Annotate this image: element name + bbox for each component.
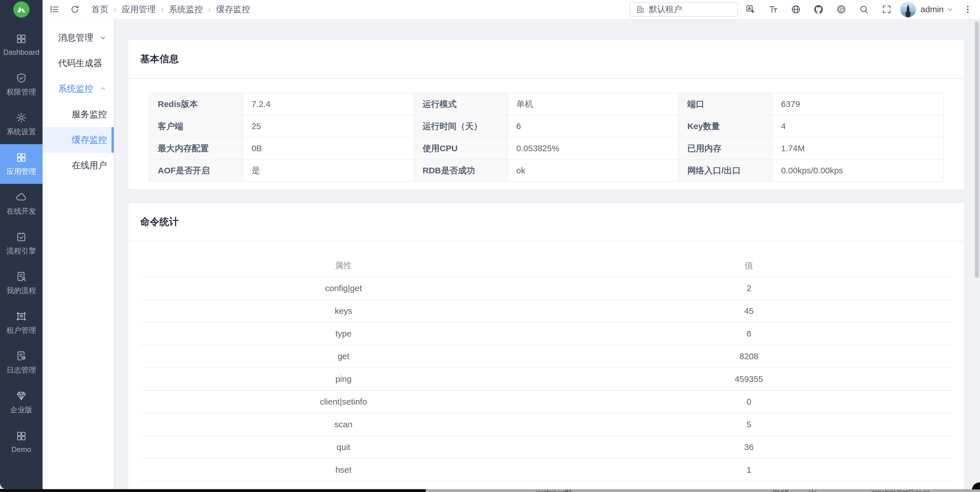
command-value-cell: 8208 <box>546 345 951 368</box>
bottom-strip-text-fragment: V= <box>809 489 816 492</box>
command-name-cell: config|get <box>141 277 546 300</box>
command-stats-card: 命令统计 属性 值 config|get 2 keys 45 <box>128 203 964 489</box>
primary-menu-item[interactable]: Dashboard <box>0 25 43 65</box>
primary-menu-item[interactable]: 权限管理 <box>0 65 43 104</box>
github-icon <box>813 4 824 14</box>
info-label-cell: 客户端 <box>149 115 243 138</box>
header-right: 默认租户 <box>630 2 973 17</box>
frame-icon <box>16 311 27 322</box>
primary-menu-item[interactable]: 应用管理 <box>0 144 43 184</box>
user-name[interactable]: admin <box>920 5 944 14</box>
breadcrumb-item[interactable]: 应用管理 <box>122 4 169 15</box>
primary-menu-label: 企业版 <box>10 405 32 415</box>
secondary-menu-label: 代码生成器 <box>58 57 102 69</box>
sidebar-collapse-button[interactable] <box>49 4 60 14</box>
breadcrumb: 首页 应用管理 系统监控 缓存监控 <box>91 4 250 15</box>
cloud-icon <box>16 191 27 203</box>
logo-area[interactable] <box>0 0 43 19</box>
secondary-menu-item[interactable]: 消息管理 <box>43 25 114 51</box>
font-size-button[interactable] <box>768 4 778 14</box>
fullscreen-icon <box>881 4 892 14</box>
command-name-cell: type <box>141 323 546 345</box>
gear-icon <box>16 112 27 123</box>
primary-menu-item[interactable]: 日志管理 <box>0 343 43 382</box>
primary-sidebar: Dashboard 权限管理 系统设置 应用管理 <box>0 19 43 489</box>
breadcrumb-item[interactable]: 首页 <box>91 4 122 15</box>
globe-icon <box>791 4 801 14</box>
topbar: 首页 应用管理 系统监控 缓存监控 默认租户 <box>0 0 980 19</box>
chevron-up-icon <box>100 85 107 92</box>
avatar[interactable] <box>900 2 916 17</box>
chevron-down-icon <box>100 34 107 41</box>
command-stats-body: 属性 值 config|get 2 keys 45 type <box>128 242 964 489</box>
info-value-cell: ok <box>508 160 679 182</box>
secondary-menu-item[interactable]: 服务监控 <box>43 102 114 127</box>
primary-menu-item[interactable]: 流程引擎 <box>0 224 43 263</box>
breadcrumb-item[interactable]: 系统监控 <box>169 4 216 15</box>
info-value-cell: 4 <box>773 115 944 138</box>
language-button[interactable] <box>791 4 801 14</box>
primary-menu-item[interactable]: 在线开发 <box>0 184 43 224</box>
tenant-select[interactable]: 默认租户 <box>630 2 738 17</box>
primary-menu-item[interactable]: 系统设置 <box>0 104 43 144</box>
command-value-cell: 0 <box>546 391 951 413</box>
command-column-header: 属性 <box>141 255 546 277</box>
gitee-button[interactable] <box>836 4 846 14</box>
primary-menu-label: 日志管理 <box>6 365 36 375</box>
info-label-cell: Key数量 <box>679 115 772 138</box>
secondary-sidebar: 消息管理 代码生成器 系统监控 服务监控 <box>43 19 114 489</box>
bottom-desktop-strip: iconfont.woff2 88 KB V= 2024年01月22日 21:3… <box>0 489 980 492</box>
primary-menu-item[interactable]: 企业版 <box>0 382 43 422</box>
primary-menu-item[interactable]: 租户管理 <box>0 303 43 343</box>
info-value-cell: 0B <box>243 138 414 160</box>
app-window: 首页 应用管理 系统监控 缓存监控 默认租户 <box>0 0 980 489</box>
more-menu-button[interactable] <box>963 5 973 14</box>
github-button[interactable] <box>813 4 824 14</box>
bottom-strip-text-fragment: 88 KB <box>773 489 789 492</box>
header-icon-group <box>745 4 892 14</box>
command-name-cell: dbsize <box>141 481 546 489</box>
info-label-cell: 端口 <box>679 93 772 115</box>
secondary-menu-label: 在线用户 <box>72 159 107 171</box>
primary-menu-label: 系统设置 <box>6 127 36 137</box>
translate-button[interactable] <box>745 4 756 14</box>
clipboard-check-icon <box>16 231 27 243</box>
basic-info-body: Redis版本 7.2.4 运行模式 单机 端口 6379 客户端 25 <box>128 79 964 189</box>
info-label-cell: 运行时间（天） <box>414 115 508 138</box>
command-name-cell: client|setinfo <box>141 391 546 413</box>
gitee-icon <box>836 4 846 14</box>
secondary-menu-item[interactable]: 在线用户 <box>43 153 114 178</box>
main-content: 基本信息 Redis版本 7.2.4 运行模式 单机 端口 6379 <box>114 19 980 489</box>
primary-menu-label: 租户管理 <box>6 325 36 335</box>
ellipsis-vertical-icon <box>963 5 973 14</box>
command-value-cell: 6 <box>546 323 951 345</box>
info-label-cell: Redis版本 <box>149 93 243 115</box>
command-value-cell: 45 <box>546 300 951 323</box>
info-label-cell: 运行模式 <box>414 93 508 115</box>
secondary-menu-item[interactable]: 代码生成器 <box>43 51 114 76</box>
info-value-cell: 25 <box>243 115 414 138</box>
secondary-menu-item[interactable]: 缓存监控 <box>43 127 114 153</box>
info-value-cell: 6379 <box>773 93 944 115</box>
vertical-scrollbar-thumb[interactable] <box>975 21 979 278</box>
info-value-cell: 0.00kps/0.00kps <box>773 160 944 182</box>
command-value-cell: 36 <box>546 436 951 459</box>
tenant-select-value: 默认租户 <box>649 4 682 15</box>
search-button[interactable] <box>859 4 869 14</box>
collapse-icon <box>49 4 60 14</box>
secondary-menu-label: 服务监控 <box>72 108 107 120</box>
primary-menu-label: 流程引擎 <box>6 246 36 256</box>
primary-menu-item[interactable]: Demo <box>0 422 43 462</box>
command-name-cell: ping <box>141 368 546 391</box>
bottom-strip-text-fragment: iconfont.woff2 <box>536 489 571 492</box>
fullscreen-button[interactable] <box>881 4 892 14</box>
refresh-button[interactable] <box>70 4 80 14</box>
bottom-strip-gray-area: iconfont.woff2 88 KB V= 2024年01月22日 21:3… <box>426 489 980 492</box>
primary-menu-item[interactable]: 我的流程 <box>0 263 43 303</box>
chevron-down-icon[interactable] <box>947 6 954 13</box>
secondary-menu-item[interactable]: 系统监控 <box>43 76 114 102</box>
breadcrumb-item[interactable]: 缓存监控 <box>216 4 250 15</box>
building-icon <box>636 5 645 14</box>
command-name-cell: get <box>141 345 546 368</box>
info-value-cell: 6 <box>508 115 679 138</box>
